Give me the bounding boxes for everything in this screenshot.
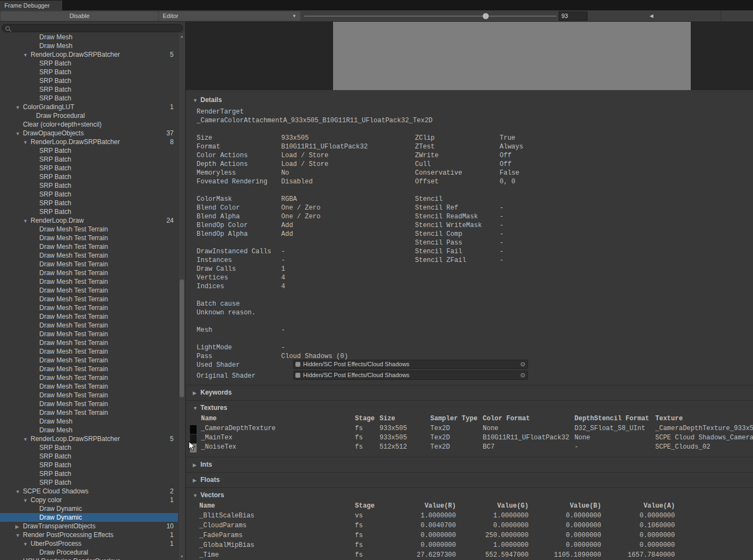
search-input[interactable] bbox=[13, 25, 171, 32]
object-picker-icon[interactable]: ⊙ bbox=[520, 371, 525, 379]
tree-item[interactable]: Draw Mesh Test Terrain bbox=[0, 295, 178, 303]
window-tab[interactable]: Frame Debugger bbox=[0, 1, 62, 10]
tree-item[interactable]: Draw Mesh bbox=[0, 33, 178, 41]
tree-item[interactable]: Draw Mesh Test Terrain bbox=[0, 373, 178, 382]
tree-item[interactable]: Draw Mesh Test Terrain bbox=[0, 365, 178, 373]
tree-item[interactable]: SRP Batch bbox=[0, 469, 178, 478]
foldout-open-icon[interactable]: ▼ bbox=[15, 557, 23, 560]
tree-item[interactable]: Draw Mesh bbox=[0, 417, 178, 426]
tree-item[interactable]: ▼SCPE Cloud Shadows2 bbox=[0, 487, 178, 496]
tree-item[interactable]: ▼UberPostProcess1 bbox=[0, 539, 178, 548]
foldout-open-icon[interactable]: ▼ bbox=[15, 487, 23, 496]
tree-item[interactable]: SRP Batch bbox=[0, 76, 178, 85]
tree-item[interactable]: SRP Batch bbox=[0, 146, 178, 155]
section-keywords[interactable]: ▶Keywords bbox=[186, 385, 753, 399]
tree-item[interactable]: Draw Mesh Test Terrain bbox=[0, 347, 178, 356]
scroll-up-icon[interactable]: ▲ bbox=[179, 33, 185, 40]
used-shader-field[interactable]: Hidden/SC Post Effects/Cloud Shadows ⊙ bbox=[293, 360, 528, 369]
tree-item[interactable]: Draw Mesh Test Terrain bbox=[0, 391, 178, 400]
tree-item[interactable]: SRP Batch bbox=[0, 164, 178, 172]
foldout-open-icon[interactable]: ▼ bbox=[193, 98, 200, 103]
tree-item[interactable]: ▼RenderLoop.DrawSRPBatcher5 bbox=[0, 434, 178, 443]
tree-item[interactable]: Draw Mesh Test Terrain bbox=[0, 330, 178, 338]
tree-item[interactable]: ▼RenderLoop.Draw24 bbox=[0, 216, 178, 225]
foldout-open-icon[interactable]: ▼ bbox=[15, 103, 23, 112]
prev-frame-button[interactable]: ◀ bbox=[645, 11, 658, 21]
tree-item[interactable]: Draw Mesh Test Terrain bbox=[0, 251, 178, 260]
tree-item[interactable]: Draw Mesh bbox=[0, 41, 178, 50]
tree-item[interactable]: SRP Batch bbox=[0, 443, 178, 452]
tree-item[interactable]: Draw Mesh Test Terrain bbox=[0, 277, 178, 286]
section-ints[interactable]: ▶Ints bbox=[186, 457, 753, 471]
foldout-open-icon[interactable]: ▼ bbox=[23, 540, 31, 549]
tree-item[interactable]: Draw Mesh Test Terrain bbox=[0, 242, 178, 251]
tree-item[interactable]: ▼ColorGradingLUT1 bbox=[0, 103, 178, 111]
tree-item[interactable]: Draw Mesh Test Terrain bbox=[0, 234, 178, 242]
foldout-open-icon[interactable]: ▼ bbox=[15, 129, 23, 138]
tree-item[interactable]: SRP Batch bbox=[0, 461, 178, 469]
tree-item[interactable]: ▼DrawOpaqueObjects37 bbox=[0, 129, 178, 138]
foldout-closed-icon[interactable]: ▶ bbox=[193, 473, 200, 488]
foldout-open-icon[interactable]: ▼ bbox=[23, 435, 31, 444]
scrollbar-thumb[interactable] bbox=[180, 279, 184, 397]
tree-item[interactable]: Draw Mesh Test Terrain bbox=[0, 338, 178, 347]
tree-item[interactable]: SRP Batch bbox=[0, 155, 178, 164]
frame-slider[interactable] bbox=[304, 11, 556, 21]
tree-item[interactable]: Draw Mesh Test Terrain bbox=[0, 400, 178, 408]
tree-item[interactable]: Draw Mesh Test Terrain bbox=[0, 356, 178, 365]
search-box[interactable] bbox=[2, 24, 183, 32]
tree-item[interactable]: SRP Batch bbox=[0, 190, 178, 199]
foldout-open-icon[interactable]: ▼ bbox=[23, 51, 31, 59]
tree-item[interactable]: SRP Batch bbox=[0, 59, 178, 68]
foldout-open-icon[interactable]: ▼ bbox=[193, 401, 200, 416]
section-vectors[interactable]: ▼Vectors bbox=[186, 487, 753, 502]
disable-button[interactable]: Disable bbox=[1, 11, 158, 21]
tree-item[interactable]: Draw Procedural bbox=[0, 548, 178, 557]
scroll-down-icon[interactable]: ▼ bbox=[179, 553, 185, 560]
tree-item[interactable]: SRP Batch bbox=[0, 94, 178, 103]
section-textures[interactable]: ▼Textures bbox=[186, 400, 753, 414]
tree-item[interactable]: ▼Copy color1 bbox=[0, 496, 178, 504]
texture-row[interactable]: _MainTexfs933x505Tex2DB10G11R11_UFloatPa… bbox=[186, 433, 753, 442]
tree-item[interactable]: Draw Dynamic bbox=[0, 504, 178, 513]
tree-item[interactable]: Draw Mesh Test Terrain bbox=[0, 303, 178, 312]
texture-row[interactable]: _CameraDepthTexturefs933x505Tex2DNoneD32… bbox=[186, 424, 753, 433]
foldout-open-icon[interactable]: ▼ bbox=[15, 531, 23, 540]
tree-item[interactable]: SRP Batch bbox=[0, 478, 178, 487]
foldout-closed-icon[interactable]: ▶ bbox=[15, 522, 23, 531]
foldout-open-icon[interactable]: ▼ bbox=[23, 496, 31, 505]
tree-item[interactable]: Draw Mesh Test Terrain bbox=[0, 269, 178, 277]
foldout-open-icon[interactable]: ▼ bbox=[23, 138, 31, 147]
slider-handle[interactable] bbox=[483, 13, 489, 19]
tree-item[interactable]: Clear (color+depth+stencil) bbox=[0, 120, 178, 129]
target-dropdown[interactable]: Editor ▼ bbox=[159, 11, 300, 21]
tree-item[interactable]: Draw Mesh Test Terrain bbox=[0, 408, 178, 417]
texture-row[interactable]: _NoiseTexfs512x512Tex2DBC7-SCPE_Clouds_0… bbox=[186, 443, 753, 451]
tree-item[interactable]: SRP Batch bbox=[0, 452, 178, 461]
tree-item[interactable]: Draw Mesh bbox=[0, 426, 178, 434]
tree-item[interactable]: SRP Batch bbox=[0, 85, 178, 94]
tree-item[interactable]: Draw Mesh Test Terrain bbox=[0, 321, 178, 330]
left-scrollbar[interactable]: ▲ ▼ bbox=[178, 33, 185, 560]
tree-item[interactable]: ▶DrawTransparentObjects10 bbox=[0, 522, 178, 531]
tree-item[interactable]: Draw Mesh Test Terrain bbox=[0, 286, 178, 295]
tree-item[interactable]: Draw Mesh Test Terrain bbox=[0, 382, 178, 391]
tree-item[interactable]: SRP Batch bbox=[0, 181, 178, 190]
tree-item[interactable]: ▼Render PostProcessing Effects1 bbox=[0, 531, 178, 539]
tree-item[interactable]: ▼RenderLoop.DrawSRPBatcher8 bbox=[0, 138, 178, 146]
foldout-closed-icon[interactable]: ▶ bbox=[193, 458, 200, 473]
tree-item[interactable]: SRP Batch bbox=[0, 199, 178, 207]
frame-number-field[interactable]: 93 bbox=[559, 11, 588, 21]
foldout-closed-icon[interactable]: ▶ bbox=[193, 386, 200, 401]
tree-item[interactable]: Draw Mesh Test Terrain bbox=[0, 260, 178, 269]
details-section-header[interactable]: ▼Details bbox=[193, 96, 222, 104]
tree-item[interactable]: Draw Mesh Test Terrain bbox=[0, 225, 178, 234]
tree-item[interactable]: Draw Dynamic bbox=[0, 513, 178, 522]
tree-item[interactable]: ▼RenderLoop.DrawSRPBatcher5 bbox=[0, 50, 178, 59]
object-picker-icon[interactable]: ⊙ bbox=[520, 360, 525, 368]
tree-item[interactable]: SRP Batch bbox=[0, 172, 178, 181]
tree-item[interactable]: SRP Batch bbox=[0, 207, 178, 216]
tree-item[interactable]: SRP Batch bbox=[0, 68, 178, 76]
tree-item[interactable]: Draw Procedural bbox=[0, 111, 178, 120]
foldout-open-icon[interactable]: ▼ bbox=[193, 488, 200, 503]
